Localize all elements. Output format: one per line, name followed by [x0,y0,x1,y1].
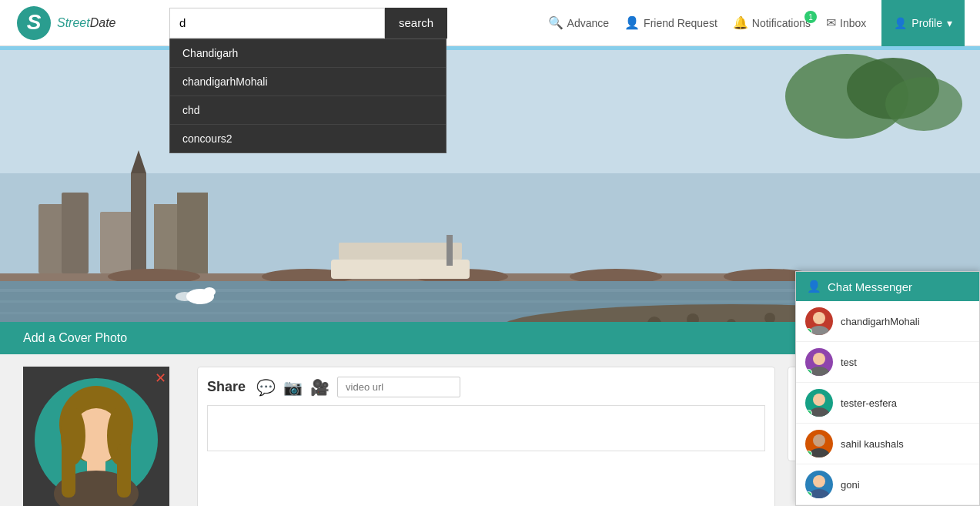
profile-section: ✕ [23,367,185,506]
logo-street: Street [57,16,90,30]
svg-rect-45 [62,444,75,498]
notifications-link[interactable]: 🔔 Notifications 1 [733,15,811,30]
share-icons: 💬 📷 🎥 [256,377,460,397]
logo-date: Date [90,16,116,30]
profile-label: Profile [911,17,942,29]
share-box: Share 💬 📷 🎥 [197,367,775,506]
share-title: Share [207,379,246,395]
search-container: search Chandigarh chandigarhMohali chd c… [169,8,462,39]
svg-rect-10 [131,173,146,273]
avatar-image [23,367,169,506]
svg-rect-13 [177,193,208,273]
search-icon: 🔍 [548,15,564,30]
chat-messenger-title: Chat Messenger [828,280,912,293]
avatar-chandigarhMohali [805,307,833,335]
dropdown-item-chandigarhMohali[interactable]: chandigarhMohali [170,68,446,96]
svg-rect-32 [447,235,453,266]
online-dot [805,410,812,417]
svg-rect-31 [339,243,462,260]
chat-item-tester-esfera[interactable]: tester-esfera [796,383,979,424]
mail-icon: ✉ [826,15,836,30]
advance-label: Advance [567,17,609,29]
chat-item-chandigarhMohali[interactable]: chandigarhMohali [796,301,979,342]
svg-point-35 [176,292,194,301]
nav-right: 🔍 Advance 👤 Friend Request 🔔 Notificatio… [548,0,965,46]
search-input[interactable] [169,8,385,39]
chat-name-goni: goni [841,479,860,491]
chat-name-test: test [841,357,857,368]
dropdown-item-chd[interactable]: chd [170,96,446,125]
online-dot [805,491,812,498]
add-cover-label: Add a Cover Photo [23,331,127,345]
chat-item-sahil-kaushals[interactable]: sahil kaushals [796,424,979,464]
svg-point-34 [203,287,216,297]
camera-icon[interactable]: 📷 [283,378,303,397]
avatar-goni [805,471,833,498]
dropdown-item-concours2[interactable]: concours2 [170,125,446,152]
chat-messenger: 👤 Chat Messenger chandigarhMohali test t… [795,271,980,506]
chat-header: 👤 Chat Messenger [796,272,979,301]
logo-icon: S [15,5,52,42]
friend-request-link[interactable]: 👤 Friend Request [624,15,717,30]
profile-button[interactable]: 👤 Profile ▾ [881,0,965,46]
svg-rect-9 [100,212,135,273]
logo[interactable]: S Street Date [15,5,154,42]
advance-link[interactable]: 🔍 Advance [548,15,609,30]
share-header: Share 💬 📷 🎥 [207,377,765,397]
online-dot [805,328,812,335]
chat-name-sahil-kaushals: sahil kaushals [841,438,904,450]
svg-point-47 [813,312,825,324]
video-icon[interactable]: 🎥 [310,378,329,397]
svg-point-53 [813,434,825,447]
bell-icon: 🔔 [733,15,748,30]
notifications-label: Notifications [752,17,811,29]
avatar-sahil-kaushals [805,430,833,457]
search-button[interactable]: search [385,8,447,39]
dropdown-item-chandigarh[interactable]: Chandigarh [170,39,446,68]
online-dot [805,451,812,457]
chat-name-chandigarhMohali: chandigarhMohali [841,316,920,327]
comment-icon[interactable]: 💬 [256,378,276,397]
chat-item-test[interactable]: test [796,342,979,383]
search-dropdown: Chandigarh chandigarhMohali chd concours… [169,39,447,153]
svg-point-6 [885,77,962,131]
svg-point-55 [813,475,825,488]
online-dot [805,369,812,376]
inbox-link[interactable]: ✉ Inbox [826,15,866,30]
header: S Street Date search Chandigarh chandiga… [0,0,980,46]
chevron-down-icon: ▾ [947,17,952,29]
person-chat-icon: 👤 [807,280,821,293]
close-icon[interactable]: ✕ [155,370,166,387]
svg-point-49 [813,353,825,365]
friend-request-label: Friend Request [644,17,717,29]
svg-text:S: S [27,10,42,34]
svg-point-51 [813,394,825,406]
svg-rect-46 [117,444,131,498]
svg-rect-8 [62,193,89,273]
notification-badge: 1 [804,11,817,23]
avatar-test [805,348,833,376]
share-textarea[interactable] [207,405,765,451]
profile-avatar-box: ✕ [23,367,169,506]
chat-item-goni[interactable]: goni [796,464,979,505]
chat-name-tester-esfera: tester-esfera [841,397,897,409]
video-url-input[interactable] [337,377,460,397]
share-text-area [207,405,765,454]
inbox-label: Inbox [840,17,866,29]
person-icon: 👤 [624,15,640,30]
avatar-tester-esfera [805,389,833,417]
person-profile-icon: 👤 [894,17,907,29]
